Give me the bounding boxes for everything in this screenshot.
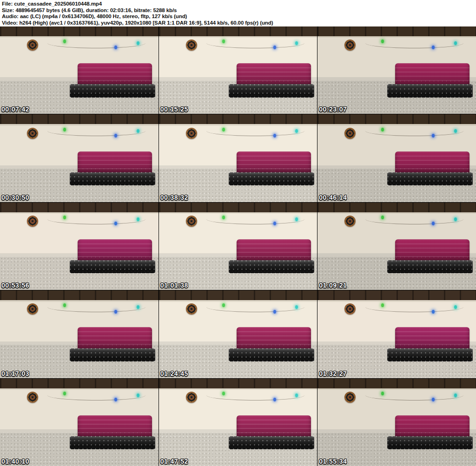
string-light-icon xyxy=(222,392,225,395)
string-light-icon xyxy=(273,134,276,138)
dartboard-icon xyxy=(344,392,356,403)
thumbnail-placeholder xyxy=(317,114,476,202)
string-light-wire xyxy=(47,302,145,313)
video-thumbnail: 00:38:32 xyxy=(159,114,317,202)
ceiling-joists xyxy=(159,203,317,212)
timestamp-overlay: 00:30:50 xyxy=(1,194,29,201)
video-thumbnail: 00:15:25 xyxy=(159,26,317,114)
timestamp-overlay: 00:23:07 xyxy=(319,105,347,113)
dartboard-icon xyxy=(186,392,197,403)
video-thumbnail: 01:32:27 xyxy=(317,290,476,378)
dartboard-icon xyxy=(344,39,356,51)
thumbnail-placeholder xyxy=(0,290,159,378)
string-light-icon xyxy=(454,394,457,397)
meta-line-file: File: cute_cassadee_202506010448.mp4 xyxy=(2,1,476,7)
dartboard-icon xyxy=(27,39,38,51)
timestamp-overlay: 01:32:27 xyxy=(319,370,347,377)
string-light-wire xyxy=(206,390,304,400)
ceiling-joists xyxy=(0,379,159,388)
dartboard-icon xyxy=(186,303,197,315)
string-light-icon xyxy=(432,222,435,225)
dartboard-icon xyxy=(344,303,356,315)
video-thumbnail: 00:30:50 xyxy=(0,114,159,202)
video-thumbnail: 00:46:14 xyxy=(317,114,476,202)
video-thumbnail: 01:24:45 xyxy=(159,290,317,378)
timestamp-overlay: 00:15:25 xyxy=(160,105,188,113)
string-light-icon xyxy=(273,222,276,225)
ceiling-joists xyxy=(317,290,476,300)
dartboard-icon xyxy=(186,216,197,227)
string-light-icon xyxy=(137,41,139,45)
thumbnail-placeholder xyxy=(317,26,476,114)
dartboard-icon xyxy=(344,216,356,227)
string-light-wire xyxy=(206,214,304,224)
string-light-icon xyxy=(114,134,117,138)
string-light-icon xyxy=(381,128,384,131)
dartboard-icon xyxy=(27,392,38,403)
string-light-wire xyxy=(206,302,304,313)
ceiling-joists xyxy=(159,379,317,388)
string-light-icon xyxy=(273,398,276,401)
string-light-wire xyxy=(365,38,463,48)
thumbnail-placeholder xyxy=(0,26,159,114)
string-light-wire xyxy=(206,38,304,48)
string-light-wire xyxy=(365,390,463,400)
string-light-icon xyxy=(222,128,225,131)
string-light-icon xyxy=(222,216,225,219)
dartboard-icon xyxy=(186,128,197,139)
string-light-icon xyxy=(137,305,139,309)
thumbnail-placeholder xyxy=(159,26,317,114)
string-light-icon xyxy=(454,217,457,221)
ceiling-joists xyxy=(0,26,159,36)
video-thumbnail: 00:53:56 xyxy=(0,203,159,290)
video-thumbnail: 01:09:21 xyxy=(317,203,476,290)
string-light-icon xyxy=(137,394,139,397)
meta-line-audio: Audio: aac (LC) (mp4a / 0x6134706D), 480… xyxy=(2,13,476,20)
timestamp-overlay: 00:53:56 xyxy=(1,282,29,289)
string-light-icon xyxy=(381,392,384,395)
string-light-icon xyxy=(432,134,435,138)
string-light-wire xyxy=(365,302,463,313)
thumbnail-placeholder xyxy=(159,379,317,466)
timestamp-overlay: 01:24:45 xyxy=(160,370,188,377)
timestamp-overlay: 01:40:10 xyxy=(1,458,29,465)
string-light-icon xyxy=(381,303,384,307)
timestamp-overlay: 01:17:03 xyxy=(1,370,29,377)
string-light-icon xyxy=(114,46,117,49)
ceiling-joists xyxy=(317,203,476,212)
file-info-header: File: cute_cassadee_202506010448.mp4 Siz… xyxy=(0,0,476,26)
thumbnail-placeholder xyxy=(317,379,476,466)
ceiling-joists xyxy=(317,114,476,124)
meta-line-video: Video: h264 (High) (avc1 / 0x31637661), … xyxy=(2,20,476,26)
dartboard-icon xyxy=(344,128,356,139)
string-light-wire xyxy=(47,390,145,400)
thumbnail-placeholder xyxy=(0,114,159,202)
ceiling-joists xyxy=(0,114,159,124)
string-light-icon xyxy=(273,46,276,49)
thumbnail-grid: 00:07:42 00:15:25 00:23:07 xyxy=(0,26,476,466)
string-light-wire xyxy=(47,214,145,224)
video-thumbnail: 01:17:03 xyxy=(0,290,159,378)
ceiling-joists xyxy=(159,114,317,124)
string-light-icon xyxy=(114,398,117,401)
timestamp-overlay: 01:09:21 xyxy=(319,282,347,289)
timestamp-overlay: 00:38:32 xyxy=(160,194,188,201)
dartboard-icon xyxy=(27,303,38,315)
string-light-icon xyxy=(63,128,66,131)
string-light-icon xyxy=(432,398,435,401)
string-light-icon xyxy=(381,39,384,43)
timestamp-overlay: 00:07:42 xyxy=(1,105,29,113)
ceiling-joists xyxy=(317,379,476,388)
string-light-icon xyxy=(114,310,117,314)
ceiling-joists xyxy=(0,290,159,300)
string-light-wire xyxy=(365,126,463,137)
ceiling-joists xyxy=(159,290,317,300)
string-light-wire xyxy=(365,214,463,224)
video-thumbnail: 01:40:10 xyxy=(0,379,159,466)
thumbnail-placeholder xyxy=(159,114,317,202)
string-light-icon xyxy=(432,46,435,49)
string-light-icon xyxy=(273,310,276,314)
string-light-wire xyxy=(47,38,145,48)
thumbnail-placeholder xyxy=(0,203,159,290)
timestamp-overlay: 01:01:38 xyxy=(160,282,188,289)
